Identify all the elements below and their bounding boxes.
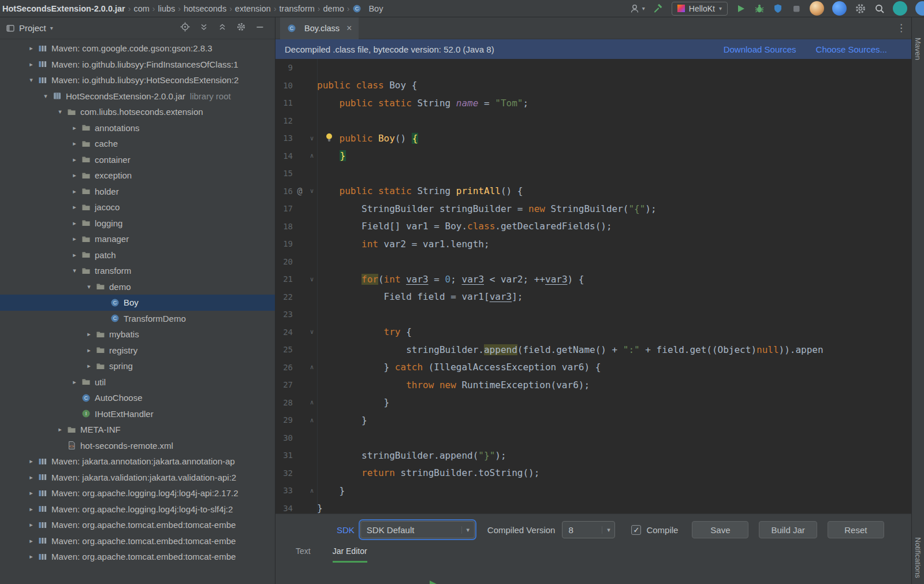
tree-item-exception[interactable]: ▸exception (0, 168, 275, 184)
line-number[interactable]: 22 (275, 292, 293, 302)
tree-item-spring[interactable]: ▸spring (0, 358, 275, 374)
code-line-26[interactable]: 26∧ } catch (IllegalAccessException var6… (275, 359, 911, 377)
code-line-10[interactable]: 10public class Boy { (275, 77, 911, 95)
line-number[interactable]: 18 (275, 222, 293, 231)
close-tab-icon[interactable]: × (346, 23, 352, 34)
tree-expand-arrow[interactable]: ▸ (24, 537, 38, 545)
tree-item-maven-io-github-liubsyy-findinstancesofcla[interactable]: ▸Maven: io.github.liubsyy:FindInstancesO… (0, 57, 275, 73)
tree-item-autochoose[interactable]: CAutoChoose (0, 390, 275, 406)
tree-item-transform[interactable]: ▾transform (0, 263, 275, 279)
tree-item-maven-jakarta-annotation-jakarta-annotatio[interactable]: ▸Maven: jakarta.annotation:jakarta.annot… (0, 453, 275, 470)
tree-item-logging[interactable]: ▸logging (0, 215, 275, 232)
line-number[interactable]: 11 (275, 98, 293, 107)
breadcrumb-item-boy[interactable]: CBoy (352, 4, 383, 13)
tree-expand-arrow[interactable]: ▸ (24, 489, 38, 497)
line-number[interactable]: 24 (275, 328, 293, 337)
tree-expand-arrow[interactable]: ▸ (68, 203, 81, 211)
code-line-20[interactable]: 20 (275, 253, 911, 271)
expand-all-button[interactable] (199, 23, 208, 34)
avatar-4[interactable] (915, 1, 924, 16)
fold-marker-icon[interactable]: ∨ (307, 328, 317, 336)
line-number[interactable]: 34 (275, 504, 293, 513)
code-line-21[interactable]: 21∨ for(int var3 = 0; var3 < var2; ++var… (275, 270, 911, 288)
reset-button[interactable]: Reset (828, 521, 884, 538)
code-line-30[interactable]: 30 (275, 429, 911, 447)
tree-expand-arrow[interactable]: ▸ (53, 426, 67, 433)
line-number[interactable]: 19 (275, 239, 293, 248)
fold-marker-icon[interactable]: ∨ (307, 276, 317, 283)
fold-marker-icon[interactable]: ∧ (307, 487, 317, 494)
tree-item-maven-com-google-code-gson-gson-2-8-3[interactable]: ▸Maven: com.google.code.gson:gson:2.8.3 (0, 40, 275, 57)
code-line-13[interactable]: 13∨ public Boy() { (275, 129, 911, 147)
tree-expand-arrow[interactable]: ▸ (24, 553, 38, 560)
avatar-1[interactable] (810, 1, 824, 16)
tree-item-transformdemo[interactable]: CTransformDemo (0, 311, 275, 327)
tree-item-maven-org-apache-tomcat-embed-tomcat-embe[interactable]: ▸Maven: org.apache.tomcat.embed:tomcat-e… (0, 517, 275, 533)
code-line-31[interactable]: 31 stringBuilder.append("}"); (275, 447, 911, 464)
code-line-28[interactable]: 28∧ } (275, 394, 911, 412)
tree-item-holder[interactable]: ▸holder (0, 184, 275, 200)
avatar-2[interactable] (832, 1, 847, 16)
tree-expand-arrow[interactable]: ▸ (24, 521, 38, 529)
line-number[interactable]: 16 (275, 187, 293, 196)
tree-expand-arrow[interactable]: ▸ (68, 156, 81, 163)
code-line-23[interactable]: 23 (275, 306, 911, 323)
tree-collapse-arrow[interactable]: ▾ (53, 108, 67, 116)
compiled-version-select[interactable]: 8 ▾ (562, 521, 615, 538)
tree-item-maven-org-apache-tomcat-embed-tomcat-embe[interactable]: ▸Maven: org.apache.tomcat.embed:tomcat-e… (0, 533, 275, 549)
build-button[interactable] (653, 3, 664, 14)
project-view-selector[interactable]: Project ▾ (6, 23, 53, 33)
hide-panel-button[interactable] (255, 23, 264, 34)
tree-item-maven-org-apache-tomcat-embed-tomcat-embe[interactable]: ▸Maven: org.apache.tomcat.embed:tomcat-e… (0, 549, 275, 565)
compile-checkbox[interactable]: ✓ (631, 525, 641, 535)
breadcrumb-item-hotseconds[interactable]: hotseconds (184, 4, 226, 13)
breadcrumb-item-extension[interactable]: extension (235, 4, 271, 13)
code-line-14[interactable]: 14∧ } (275, 147, 911, 165)
tree-expand-arrow[interactable]: ▸ (24, 44, 38, 52)
line-number[interactable]: 29 (275, 415, 293, 425)
avatar-3[interactable] (893, 1, 907, 16)
line-number[interactable]: 20 (275, 257, 293, 266)
tab-text[interactable]: Text (296, 546, 311, 563)
tree-item-annotations[interactable]: ▸annotations (0, 120, 275, 136)
fold-marker-icon[interactable]: ∨ (307, 187, 317, 195)
line-number[interactable]: 28 (275, 398, 293, 407)
tab-jar-editor[interactable]: Jar Editor (333, 546, 367, 563)
tree-item-manager[interactable]: ▸manager (0, 231, 275, 247)
code-line-33[interactable]: 33∧ } (275, 482, 911, 500)
code-line-27[interactable]: 27 throw new RuntimeException(var6); (275, 376, 911, 394)
tree-item-util[interactable]: ▸util (0, 374, 275, 390)
line-number[interactable]: 33 (275, 486, 293, 495)
tree-expand-arrow[interactable]: ▸ (68, 140, 81, 147)
code-line-24[interactable]: 24∨ try { (275, 323, 911, 341)
line-number[interactable]: 12 (275, 116, 293, 125)
code-line-17[interactable]: 17 StringBuilder stringBuilder = new Str… (275, 200, 911, 218)
stop-button[interactable] (791, 3, 802, 14)
choose-sources-link[interactable]: Choose Sources... (816, 44, 887, 54)
code-line-11[interactable]: 11 public static String name = "Tom"; (275, 94, 911, 112)
line-number[interactable]: 27 (275, 380, 293, 389)
fold-marker-icon[interactable]: ∧ (307, 416, 317, 424)
line-number[interactable]: 15 (275, 169, 293, 178)
breadcrumb-item-com[interactable]: com (133, 4, 149, 13)
sdk-select[interactable]: SDK Default ▾ (360, 521, 475, 538)
tree-item-maven-org-apache-logging-log4j-log4j-api-2[interactable]: ▸Maven: org.apache.logging.log4j:log4j-a… (0, 485, 275, 501)
tree-expand-arrow[interactable]: ▸ (68, 251, 81, 259)
line-number[interactable]: 25 (275, 345, 293, 354)
panel-settings-button[interactable] (236, 22, 246, 34)
fold-marker-icon[interactable]: ∨ (307, 135, 317, 142)
line-number[interactable]: 31 (275, 451, 293, 460)
line-number[interactable]: 14 (275, 151, 293, 161)
tree-item-hotsecondsextension-2-0-0-jar[interactable]: ▾HotSecondsExtension-2.0.0.jarlibrary ro… (0, 88, 275, 105)
line-number[interactable]: 26 (275, 363, 293, 372)
tree-expand-arrow[interactable]: ▸ (68, 124, 81, 132)
coverage-button[interactable] (773, 3, 783, 14)
code-line-12[interactable]: 12 (275, 112, 911, 130)
tree-item-container[interactable]: ▸container (0, 152, 275, 168)
code-line-22[interactable]: 22 Field field = var1[var3]; (275, 288, 911, 306)
save-button[interactable]: Save (692, 521, 748, 538)
download-sources-link[interactable]: Download Sources (724, 44, 796, 54)
line-number[interactable]: 21 (275, 274, 293, 284)
tree-expand-arrow[interactable]: ▸ (82, 330, 96, 338)
tree-item-jacoco[interactable]: ▸jacoco (0, 199, 275, 215)
